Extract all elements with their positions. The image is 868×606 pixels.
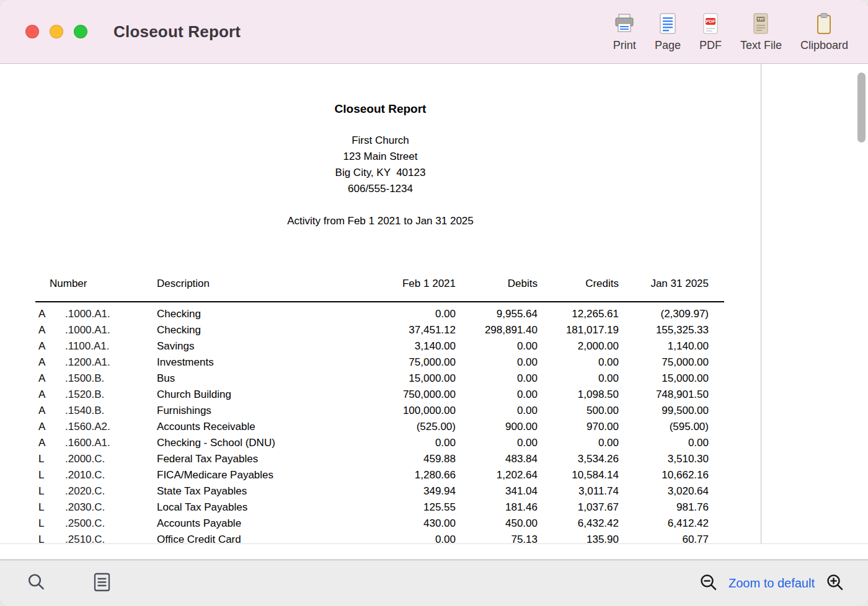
ending-balance-cell: (595.00) <box>619 419 724 435</box>
account-type-cell: L <box>35 467 63 483</box>
report-table-body: A.1000.A1.Checking0.009,955.6412,265.61(… <box>35 302 724 543</box>
traffic-lights <box>25 25 87 38</box>
beginning-balance-cell: 125.55 <box>360 499 456 516</box>
account-number-cell: .1560.A2. <box>63 419 155 435</box>
ending-balance-cell: 981.76 <box>619 499 724 516</box>
page-button[interactable]: Page <box>655 11 681 52</box>
description-cell: Checking <box>155 302 360 322</box>
ending-balance-cell: 75,000.00 <box>619 354 724 371</box>
text-file-button[interactable]: TXT Text File <box>740 11 782 52</box>
pdf-icon: PDF <box>701 11 720 36</box>
account-type-cell: L <box>35 483 63 499</box>
ending-balance-cell: 3,020.64 <box>619 483 724 499</box>
beginning-balance-cell: 750,000.00 <box>360 387 456 403</box>
column-header-credits: Credits <box>538 276 619 302</box>
table-row: A.1100.A1.Savings3,140.000.002,000.001,1… <box>35 338 724 354</box>
account-number-cell: .2030.C. <box>63 499 155 516</box>
table-row: A.1520.B.Church Building750,000.000.001,… <box>35 387 724 403</box>
description-cell: FICA/Medicare Payables <box>155 467 360 483</box>
organization-phone: 606/555-1234 <box>0 181 761 197</box>
credits-cell: 2,000.00 <box>538 338 619 354</box>
organization-name: First Church <box>0 133 761 149</box>
minimize-window-button[interactable] <box>50 25 63 38</box>
printer-icon <box>613 11 636 36</box>
credits-cell: 500.00 <box>538 403 619 419</box>
svg-text:PDF: PDF <box>706 19 715 24</box>
beginning-balance-cell: 0.00 <box>360 532 456 543</box>
page-icon <box>658 11 677 36</box>
account-number-cell: .1200.A1. <box>63 354 155 371</box>
beginning-balance-cell: 459.88 <box>360 451 456 467</box>
column-header-begin-date: Feb 1 2021 <box>360 276 456 302</box>
credits-cell: 10,584.14 <box>538 467 619 483</box>
credits-cell: 3,011.74 <box>538 483 619 499</box>
zoom-window-button[interactable] <box>74 25 87 38</box>
app-window: Closeout Report Print <box>0 0 868 606</box>
table-row: L.2500.C.Accounts Payable430.00450.006,4… <box>35 516 724 532</box>
account-number-cell: .1000.A1. <box>63 302 155 322</box>
table-row: L.2030.C.Local Tax Payables125.55181.461… <box>35 499 724 516</box>
account-type-cell: L <box>35 532 63 543</box>
credits-cell: 6,432.42 <box>538 516 619 532</box>
debits-cell: 181.46 <box>456 499 538 516</box>
beginning-balance-cell: 0.00 <box>360 302 456 322</box>
account-number-cell: .1540.B. <box>63 403 155 419</box>
svg-text:TXT: TXT <box>758 17 764 21</box>
zoom-in-icon <box>825 573 844 594</box>
vertical-scrollbar-thumb[interactable] <box>857 72 866 143</box>
debits-cell: 1,202.64 <box>456 467 538 483</box>
debits-cell: 75.13 <box>456 532 538 543</box>
account-number-cell: .2020.C. <box>63 483 155 499</box>
description-cell: Bus <box>155 371 360 387</box>
titlebar: Closeout Report Print <box>0 0 868 64</box>
close-window-button[interactable] <box>25 25 39 38</box>
print-button[interactable]: Print <box>613 11 636 52</box>
table-row: A.1000.A1.Checking37,451.12298,891.40181… <box>35 322 724 338</box>
zoom-controls: Zoom to default <box>699 573 844 594</box>
organization-street: 123 Main Street <box>0 149 761 165</box>
clipboard-icon <box>815 11 833 36</box>
ending-balance-cell: (2,309.97) <box>619 302 724 322</box>
beginning-balance-cell: 15,000.00 <box>360 371 456 387</box>
table-row: A.1200.A1.Investments75,000.000.000.0075… <box>35 354 724 371</box>
credits-cell: 3,534.26 <box>538 451 619 467</box>
credits-cell: 1,098.50 <box>538 387 619 403</box>
toolbar: Print Page <box>613 11 868 52</box>
account-type-cell: A <box>35 322 63 338</box>
ending-balance-cell: 15,000.00 <box>619 371 724 387</box>
page-layout-button[interactable] <box>92 572 112 594</box>
toolbar-item-label: Text File <box>740 39 782 52</box>
account-type-cell: L <box>35 516 63 532</box>
page-bottom-divider <box>0 543 868 544</box>
description-cell: Local Tax Payables <box>155 499 360 516</box>
zoom-to-default-link[interactable]: Zoom to default <box>728 576 815 591</box>
account-number-cell: .2010.C. <box>63 467 155 483</box>
ending-balance-cell: 155,325.33 <box>619 322 724 338</box>
toolbar-item-label: PDF <box>699 39 722 52</box>
find-button[interactable] <box>26 572 46 594</box>
table-row: A.1560.A2.Accounts Receivable(525.00)900… <box>35 419 724 435</box>
debits-cell: 900.00 <box>456 419 538 435</box>
ending-balance-cell: 748,901.50 <box>619 387 724 403</box>
description-cell: Accounts Receivable <box>155 419 360 435</box>
account-number-cell: .1600.A1. <box>63 435 155 451</box>
zoom-in-button[interactable] <box>825 573 844 594</box>
table-row: L.2020.C.State Tax Payables349.94341.043… <box>35 483 724 499</box>
document-icon <box>92 572 112 594</box>
zoom-out-button[interactable] <box>699 573 718 594</box>
beginning-balance-cell: 75,000.00 <box>360 354 456 371</box>
organization-city-line: Big City, KY 40123 <box>0 165 761 181</box>
ending-balance-cell: 60.77 <box>619 532 724 543</box>
credits-cell: 181,017.19 <box>538 322 619 338</box>
table-row: A.1000.A1.Checking0.009,955.6412,265.61(… <box>35 302 724 322</box>
clipboard-button[interactable]: Clipboard <box>800 11 848 52</box>
column-header-description: Description <box>155 276 360 302</box>
credits-cell: 0.00 <box>538 371 619 387</box>
pdf-button[interactable]: PDF PDF <box>699 11 722 52</box>
credits-cell: 0.00 <box>538 354 619 371</box>
debits-cell: 9,955.64 <box>456 302 538 322</box>
column-header-number: Number <box>35 276 155 302</box>
beginning-balance-cell: 100,000.00 <box>360 403 456 419</box>
table-row: A.1600.A1.Checking - School (DNU)0.000.0… <box>35 435 724 451</box>
report-title: Closeout Report <box>0 101 761 117</box>
